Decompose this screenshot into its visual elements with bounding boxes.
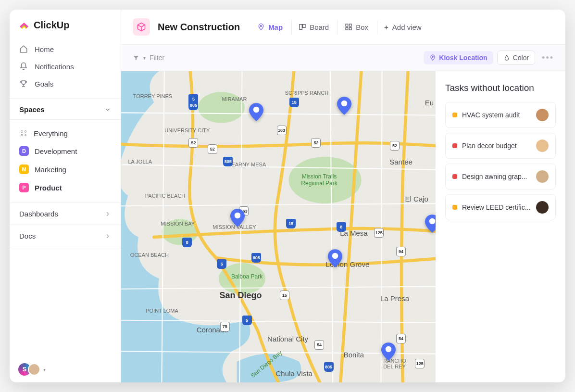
board-icon — [299, 23, 306, 31]
svg-rect-3 — [346, 24, 348, 26]
svg-rect-1 — [300, 25, 302, 30]
space-everything[interactable]: Everything — [10, 125, 121, 142]
panel-title: Tasks without location — [445, 83, 556, 93]
space-development[interactable]: D Development — [10, 142, 121, 160]
task-card[interactable]: Plan decor budget — [445, 133, 556, 159]
user-avatar-photo — [28, 363, 40, 376]
svg-rect-4 — [349, 24, 351, 26]
task-label: Plan decor budget — [462, 142, 531, 150]
status-indicator — [452, 113, 457, 117]
map-label: San Diego — [220, 290, 262, 300]
nav-notifications[interactable]: Notifications — [10, 58, 121, 75]
bell-icon — [19, 62, 28, 71]
droplet-icon — [503, 54, 510, 61]
task-label: Design awning grap... — [462, 173, 531, 180]
kiosk-location-button[interactable]: Kiosk Location — [424, 51, 493, 64]
route-shield-icon — [188, 138, 198, 148]
brand-name: ClickUp — [34, 20, 69, 31]
space-label: Marketing — [35, 165, 66, 174]
view-tab-board[interactable]: Board — [291, 20, 336, 34]
space-marketing[interactable]: M Marketing — [10, 160, 121, 178]
map-label: MISSION BAY — [161, 221, 195, 227]
map-label: POINT LOMA — [146, 308, 178, 314]
content: TORREY PINESMIRAMARSCRIPPS RANCHUNIVERSI… — [121, 71, 565, 382]
svg-point-17 — [386, 346, 392, 352]
interstate-shield-icon — [217, 259, 226, 269]
brand-logo[interactable]: ClickUp — [10, 10, 121, 39]
map-pin[interactable] — [328, 249, 342, 267]
toolbar: ▾ Filter Kiosk Location Color ••• — [121, 45, 565, 71]
map-pin[interactable] — [230, 209, 245, 227]
svg-point-16 — [332, 253, 338, 259]
svg-point-0 — [260, 25, 262, 26]
map-label: LA JOLLA — [128, 159, 152, 164]
svg-rect-6 — [349, 27, 351, 30]
assignee-avatar — [536, 139, 549, 152]
nav-home[interactable]: Home — [10, 40, 121, 58]
task-card[interactable]: Review LEED certific... — [445, 194, 556, 220]
task-card[interactable]: HVAC system audit — [445, 102, 556, 128]
pin-icon — [429, 54, 436, 61]
map-view[interactable]: TORREY PINESMIRAMARSCRIPPS RANCHUNIVERSI… — [121, 71, 436, 382]
space-label: Everything — [34, 129, 68, 138]
map-pin[interactable] — [337, 97, 351, 115]
grid-icon — [345, 23, 352, 31]
map-label: El Cajo — [405, 195, 428, 203]
space-label: Product — [35, 184, 62, 192]
filter-label: Filter — [150, 54, 164, 62]
filter-icon — [133, 54, 139, 61]
nav-dashboards[interactable]: Dashboards — [10, 202, 121, 225]
kiosk-label: Kiosk Location — [439, 54, 487, 62]
map-label: Balboa Park — [231, 273, 262, 280]
map-pin[interactable] — [381, 342, 396, 361]
user-menu[interactable]: S ▾ — [10, 356, 121, 382]
main: New Construction Map Board Box + Add vie… — [121, 10, 565, 382]
task-card[interactable]: Design awning grap... — [445, 164, 556, 190]
chevron-down-icon — [104, 106, 111, 113]
everything-icon — [19, 129, 28, 138]
map-label: UNIVERSITY CITY — [164, 127, 210, 133]
project-name: New Construction — [158, 22, 240, 33]
svg-point-13 — [253, 106, 260, 113]
interstate-shield-icon — [188, 101, 198, 110]
interstate-shield-icon — [324, 362, 334, 372]
route-shield-icon — [280, 291, 289, 300]
assignee-avatar — [536, 170, 549, 183]
clickup-logo-icon — [18, 19, 30, 31]
color-label: Color — [513, 54, 529, 62]
map-pin[interactable] — [425, 215, 436, 233]
space-product[interactable]: P Product — [10, 178, 121, 197]
trophy-icon — [19, 79, 28, 88]
filter-button[interactable]: ▾ Filter — [133, 54, 164, 62]
add-view-button[interactable]: + Add view — [377, 20, 428, 34]
caret-down-icon: ▾ — [43, 367, 46, 372]
interstate-shield-icon — [223, 157, 233, 166]
add-view-label: Add view — [392, 23, 422, 31]
assignee-avatar — [536, 201, 549, 214]
route-shield-icon — [390, 141, 400, 151]
task-label: HVAC system audit — [462, 111, 531, 119]
view-tab-map[interactable]: Map — [250, 20, 289, 34]
topbar: New Construction Map Board Box + Add vie… — [121, 10, 565, 45]
task-list: HVAC system audit Plan decor budget Desi… — [445, 102, 556, 220]
view-tab-box[interactable]: Box — [338, 20, 375, 34]
map-pin[interactable] — [249, 103, 263, 121]
plus-icon: + — [384, 23, 388, 31]
map-label: SCRIPPS RANCH — [285, 90, 328, 96]
map-label: Chula Vista — [275, 369, 312, 377]
more-options-button[interactable]: ••• — [542, 53, 554, 63]
interstate-shield-icon — [242, 316, 252, 325]
svg-point-18 — [429, 218, 436, 225]
color-button[interactable]: Color — [497, 51, 535, 65]
space-badge: M — [19, 164, 29, 174]
nav-goals[interactable]: Goals — [10, 75, 121, 92]
map-label: TORREY PINES — [133, 93, 173, 99]
route-shield-icon — [311, 138, 321, 148]
task-label: Review LEED certific... — [462, 203, 531, 211]
space-badge: D — [19, 146, 29, 156]
spaces-header[interactable]: Spaces — [10, 98, 121, 120]
svg-rect-2 — [303, 25, 305, 28]
app-window: ClickUp Home Notifications Goals Spaces — [10, 10, 565, 382]
route-shield-icon — [208, 144, 217, 154]
nav-docs[interactable]: Docs — [10, 225, 121, 247]
